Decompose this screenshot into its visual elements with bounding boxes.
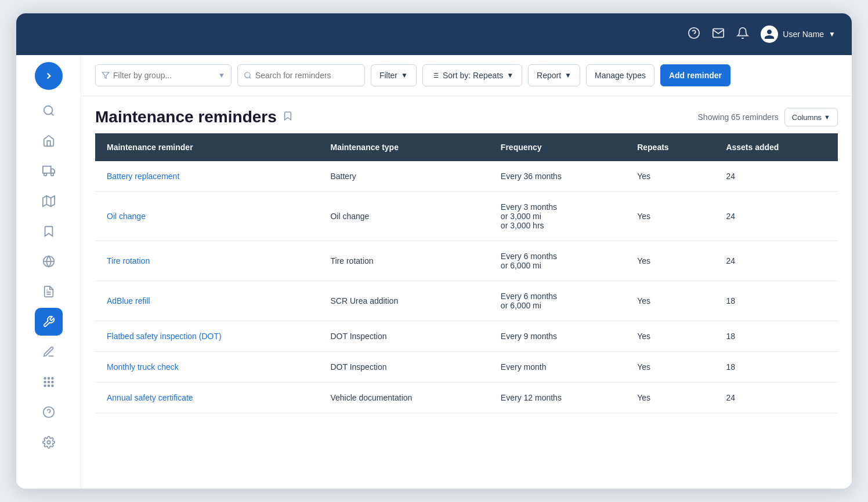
sidebar-item-search[interactable] [35,97,63,125]
svg-point-18 [44,381,46,383]
add-reminder-button[interactable]: Add reminder [660,64,730,86]
sort-chevron-icon: ▼ [507,71,513,79]
reminder-link[interactable]: Tire rotation [107,256,150,265]
svg-point-6 [44,173,46,176]
table-header: Maintenance reminder Maintenance type Fr… [95,133,838,161]
bookmark-page-icon[interactable] [283,111,293,124]
table-row: AdBlue refill SCR Urea addition Every 6 … [95,281,838,321]
sidebar-item-saved[interactable] [35,217,63,245]
page-title-row: Maintenance reminders [95,108,293,126]
search-icon [244,71,252,79]
filter-group-dropdown[interactable]: ▼ [95,64,232,86]
svg-point-20 [52,381,53,383]
sidebar-item-map[interactable] [35,187,63,215]
cell-assets: 18 [714,281,838,321]
reminder-link[interactable]: Oil change [107,212,146,221]
col-header-repeats: Repeats [625,133,714,161]
svg-point-21 [44,385,46,387]
sidebar-item-home[interactable] [35,127,63,155]
table-row: Tire rotation Tire rotation Every 6 mont… [95,241,838,281]
cell-repeats: Yes [625,241,714,281]
sidebar [16,55,81,489]
cell-repeats: Yes [625,321,714,352]
toolbar: ▼ Filter ▼ [81,55,852,96]
top-nav: User Name ▼ [16,13,852,55]
svg-point-17 [52,377,53,379]
cell-reminder: AdBlue refill [95,281,319,321]
sidebar-item-help[interactable] [35,398,63,426]
sidebar-item-global[interactable] [35,248,63,275]
user-dropdown-icon: ▼ [829,30,836,38]
cell-repeats: Yes [625,192,714,241]
svg-marker-27 [102,72,109,79]
help-icon[interactable] [688,27,700,42]
cell-repeats: Yes [625,383,714,413]
sidebar-item-settings[interactable] [35,428,63,456]
user-avatar [761,26,778,43]
table-body: Battery replacement Battery Every 36 mon… [95,161,838,413]
cell-assets: 24 [714,192,838,241]
cell-type: Battery [319,161,489,192]
showing-info: Showing 65 reminders Columns ▼ [698,108,838,126]
cell-reminder: Monthly truck check [95,352,319,383]
reminder-link[interactable]: Battery replacement [107,172,179,181]
cell-frequency: Every month [489,352,625,383]
search-reminders-input-wrapper [237,64,365,86]
cell-type: SCR Urea addition [319,281,489,321]
table-row: Annual safety certificate Vehicle docume… [95,383,838,413]
main-layout: ▼ Filter ▼ [16,55,852,489]
app-container: User Name ▼ [16,13,852,489]
cell-type: Oil change [319,192,489,241]
svg-point-2 [44,106,52,115]
svg-point-23 [52,385,53,387]
table-wrapper: Maintenance reminder Maintenance type Fr… [81,133,852,489]
table-row: Monthly truck check DOT Inspection Every… [95,352,838,383]
filter-group-chevron-icon: ▼ [218,71,225,79]
cell-frequency: Every 36 months [489,161,625,192]
cell-type: Vehicle documentation [319,383,489,413]
filter-group-input[interactable] [113,71,215,80]
sidebar-item-fleet[interactable] [35,157,63,185]
cell-frequency: Every 3 monthsor 3,000 mior 3,000 hrs [489,192,625,241]
cell-reminder: Oil change [95,192,319,241]
reminder-link[interactable]: AdBlue refill [107,296,150,305]
svg-point-19 [48,381,49,383]
columns-button[interactable]: Columns ▼ [784,108,838,126]
reminder-link[interactable]: Flatbed safety inspection (DOT) [107,332,222,341]
table-row: Battery replacement Battery Every 36 mon… [95,161,838,192]
svg-point-16 [48,377,49,379]
sort-button[interactable]: Sort by: Repeats ▼ [422,64,522,86]
svg-point-22 [48,385,49,387]
sort-icon [431,71,439,79]
col-header-frequency: Frequency [489,133,625,161]
manage-types-button[interactable]: Manage types [586,64,654,86]
reminder-link[interactable]: Monthly truck check [107,362,179,372]
reminders-table: Maintenance reminder Maintenance type Fr… [95,133,838,413]
report-button[interactable]: Report ▼ [528,64,580,86]
showing-count: Showing 65 reminders [698,112,779,122]
sidebar-item-reports[interactable] [35,278,63,305]
reminder-link[interactable]: Annual safety certificate [107,393,193,402]
columns-chevron-icon: ▼ [824,114,830,121]
cell-type: DOT Inspection [319,321,489,352]
search-reminders-input[interactable] [255,71,357,80]
page-title: Maintenance reminders [95,108,277,126]
user-info[interactable]: User Name ▼ [761,26,836,43]
report-chevron-icon: ▼ [565,71,572,79]
bell-icon[interactable] [736,27,749,42]
cell-repeats: Yes [625,161,714,192]
user-name: User Name [783,30,824,39]
sidebar-expand-button[interactable] [35,62,63,90]
col-header-reminder: Maintenance reminder [95,133,319,161]
sidebar-item-apps[interactable] [35,368,63,396]
sidebar-item-notes[interactable] [35,338,63,366]
cell-frequency: Every 6 monthsor 6,000 mi [489,281,625,321]
mail-icon[interactable] [712,27,725,42]
page-header: Maintenance reminders Showing 65 reminde… [81,96,852,133]
filter-button[interactable]: Filter ▼ [371,64,417,86]
cell-reminder: Battery replacement [95,161,319,192]
cell-repeats: Yes [625,352,714,383]
sidebar-item-maintenance[interactable] [35,308,63,336]
svg-line-3 [51,113,53,115]
cell-type: Tire rotation [319,241,489,281]
